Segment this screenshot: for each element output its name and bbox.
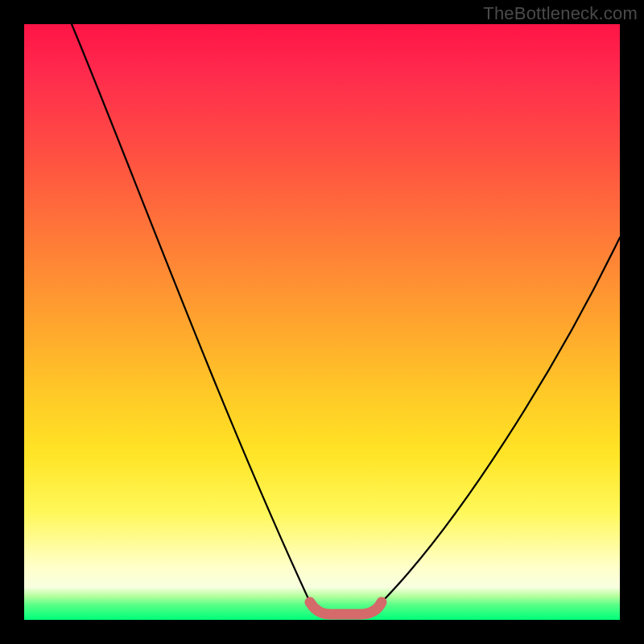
valley-highlight-band <box>310 602 382 614</box>
watermark-text: TheBottleneck.com <box>483 3 638 24</box>
plot-area <box>24 24 620 620</box>
curve-left-branch <box>72 24 310 602</box>
curve-right-branch <box>382 237 620 602</box>
bottleneck-curve <box>24 24 620 620</box>
chart-frame: TheBottleneck.com <box>0 0 644 644</box>
